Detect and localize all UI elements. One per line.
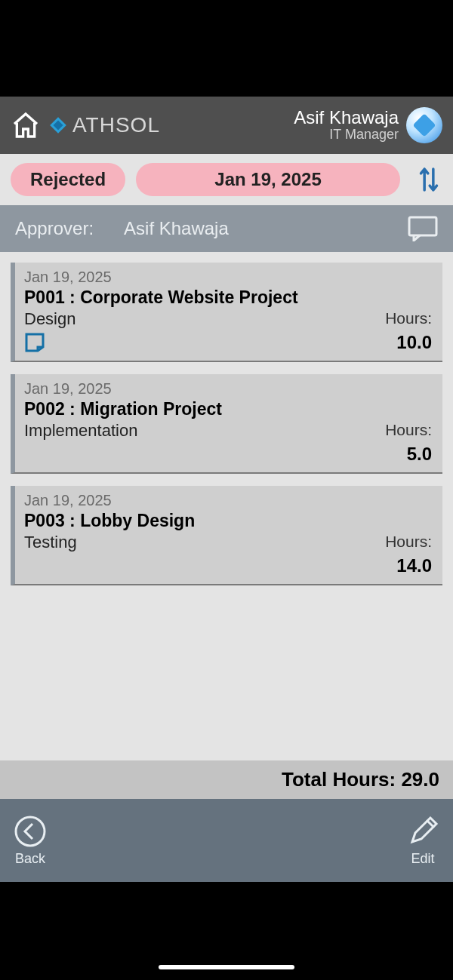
entry-hours: 5.0: [407, 444, 432, 465]
entry-hours-label: Hours:: [385, 309, 432, 327]
brand-text: ATHSOL: [72, 113, 160, 137]
brand: ATHSOL: [48, 113, 160, 137]
entry-task: Testing: [24, 533, 77, 552]
avatar[interactable]: [406, 107, 442, 143]
total-bar: Total Hours: 29.0: [0, 760, 453, 799]
total-label: Total Hours:: [282, 768, 401, 791]
date-pill[interactable]: Jan 19, 2025: [136, 163, 400, 196]
entry-title: P001 : Corporate Website Project: [24, 287, 432, 308]
entry-hours-label: Hours:: [385, 533, 432, 551]
entry-card[interactable]: Jan 19, 2025 P003 : Lobby Design Testing…: [11, 486, 442, 585]
back-label: Back: [15, 851, 45, 867]
comment-icon[interactable]: [408, 216, 438, 241]
entries-list[interactable]: Jan 19, 2025 P001 : Corporate Website Pr…: [0, 252, 453, 760]
user-role: IT Manager: [294, 127, 399, 143]
note-icon[interactable]: [24, 332, 45, 353]
entry-task: Implementation: [24, 421, 137, 441]
app-header: ATHSOL Asif Khawaja IT Manager: [0, 97, 453, 154]
sort-icon[interactable]: [415, 164, 442, 195]
entry-date: Jan 19, 2025: [24, 492, 432, 509]
pencil-icon: [406, 815, 439, 848]
entry-task: Design: [24, 309, 76, 329]
home-icon[interactable]: [11, 110, 41, 140]
entry-date: Jan 19, 2025: [24, 380, 432, 398]
edit-label: Edit: [411, 851, 434, 867]
entry-title: P002 : Migration Project: [24, 399, 432, 419]
svg-rect-2: [409, 217, 436, 235]
entry-hours: 10.0: [396, 332, 432, 353]
user-block[interactable]: Asif Khawaja IT Manager: [294, 107, 442, 143]
back-icon: [14, 815, 47, 848]
back-button[interactable]: Back: [14, 815, 47, 867]
entry-card[interactable]: Jan 19, 2025 P001 : Corporate Website Pr…: [11, 263, 442, 362]
approver-name: Asif Khawaja: [124, 218, 408, 239]
approver-label: Approver:: [15, 218, 94, 239]
approver-bar: Approver: Asif Khawaja: [0, 205, 453, 252]
entry-card[interactable]: Jan 19, 2025 P002 : Migration Project Im…: [11, 374, 442, 474]
user-name: Asif Khawaja: [294, 108, 399, 127]
brand-logo-icon: [48, 115, 68, 135]
bottom-nav: Back Edit: [0, 799, 453, 882]
entry-hours-label: Hours:: [385, 421, 432, 439]
entry-hours: 14.0: [396, 555, 432, 576]
entry-date: Jan 19, 2025: [24, 269, 432, 286]
svg-point-3: [16, 817, 45, 846]
edit-button[interactable]: Edit: [406, 815, 439, 867]
home-indicator[interactable]: [159, 965, 294, 969]
filter-row: Rejected Jan 19, 2025: [0, 154, 453, 205]
total-value: 29.0: [401, 768, 439, 791]
entry-title: P003 : Lobby Design: [24, 511, 432, 531]
status-pill[interactable]: Rejected: [11, 163, 125, 196]
